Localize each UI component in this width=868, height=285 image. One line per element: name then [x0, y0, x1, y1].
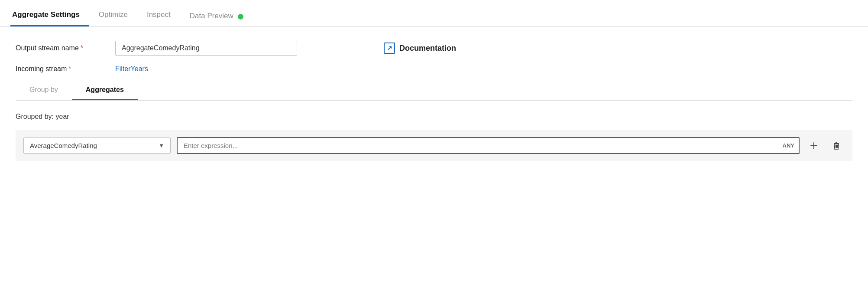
tab-group-by[interactable]: Group by: [16, 82, 72, 100]
tab-aggregates[interactable]: Aggregates: [72, 82, 138, 100]
tab-inspect[interactable]: Inspect: [137, 10, 180, 26]
expression-input[interactable]: [182, 138, 779, 153]
output-stream-input[interactable]: [115, 41, 297, 56]
trash-icon: [832, 141, 841, 151]
incoming-stream-row: Incoming stream* FilterYears: [16, 65, 852, 73]
top-tab-bar: Aggregate Settings Optimize Inspect Data…: [0, 0, 868, 27]
svg-rect-1: [810, 145, 817, 146]
incoming-stream-required: *: [68, 65, 71, 72]
data-preview-status-dot: [238, 14, 243, 20]
expression-input-wrap: ANY: [177, 137, 800, 154]
output-stream-label: Output stream name*: [16, 44, 115, 52]
plus-icon: [809, 141, 819, 151]
tab-optimize[interactable]: Optimize: [89, 10, 137, 26]
incoming-stream-link[interactable]: FilterYears: [115, 65, 148, 73]
add-aggregate-button[interactable]: [806, 138, 822, 153]
output-stream-row: Output stream name* Documentation: [16, 41, 852, 56]
external-link-icon: [384, 43, 395, 54]
column-dropdown[interactable]: AverageComedyRating ▼: [23, 138, 171, 154]
incoming-stream-label: Incoming stream*: [16, 65, 115, 73]
svg-rect-6: [836, 142, 837, 143]
tab-data-preview[interactable]: Data Preview: [180, 12, 243, 26]
main-content: Output stream name* Documentation Incomi…: [0, 27, 868, 171]
documentation-link[interactable]: Documentation: [384, 43, 456, 54]
tab-aggregate-settings[interactable]: Aggregate Settings: [10, 10, 89, 26]
grouped-by-label: Grouped by: year: [16, 113, 852, 121]
aggregate-row: AverageComedyRating ▼ ANY: [16, 130, 852, 161]
delete-aggregate-button[interactable]: [828, 138, 845, 153]
svg-rect-3: [836, 145, 837, 148]
any-badge: ANY: [783, 142, 794, 149]
secondary-tab-bar: Group by Aggregates: [16, 82, 852, 101]
column-dropdown-value: AverageComedyRating: [30, 142, 97, 149]
dropdown-arrow-icon: ▼: [159, 142, 164, 149]
output-stream-required: *: [81, 44, 83, 52]
